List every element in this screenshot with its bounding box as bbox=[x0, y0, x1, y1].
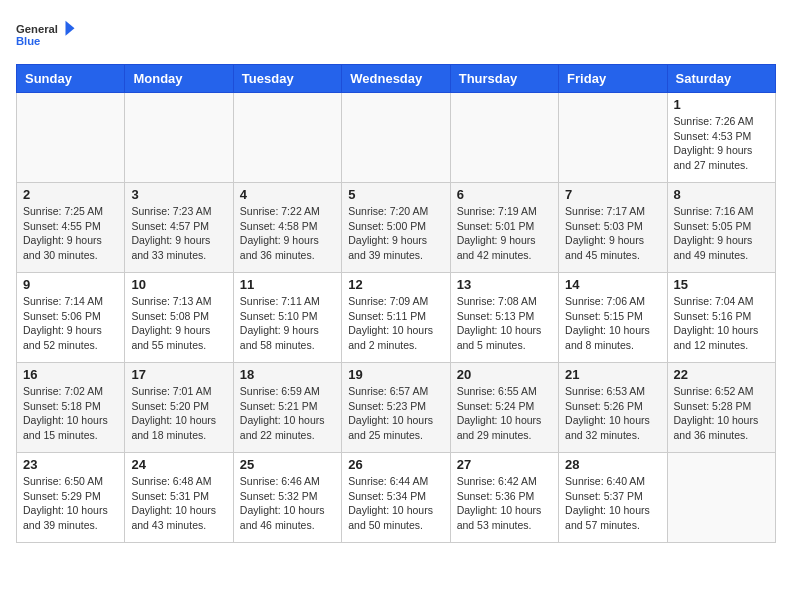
column-header-saturday: Saturday bbox=[667, 65, 775, 93]
calendar-cell: 5Sunrise: 7:20 AM Sunset: 5:00 PM Daylig… bbox=[342, 183, 450, 273]
calendar-cell: 14Sunrise: 7:06 AM Sunset: 5:15 PM Dayli… bbox=[559, 273, 667, 363]
day-info: Sunrise: 6:52 AM Sunset: 5:28 PM Dayligh… bbox=[674, 384, 769, 443]
day-number: 10 bbox=[131, 277, 226, 292]
day-number: 12 bbox=[348, 277, 443, 292]
day-number: 1 bbox=[674, 97, 769, 112]
day-info: Sunrise: 7:23 AM Sunset: 4:57 PM Dayligh… bbox=[131, 204, 226, 263]
day-number: 9 bbox=[23, 277, 118, 292]
day-info: Sunrise: 7:14 AM Sunset: 5:06 PM Dayligh… bbox=[23, 294, 118, 353]
day-number: 11 bbox=[240, 277, 335, 292]
column-header-friday: Friday bbox=[559, 65, 667, 93]
calendar-header-row: SundayMondayTuesdayWednesdayThursdayFrid… bbox=[17, 65, 776, 93]
day-info: Sunrise: 7:04 AM Sunset: 5:16 PM Dayligh… bbox=[674, 294, 769, 353]
day-info: Sunrise: 7:17 AM Sunset: 5:03 PM Dayligh… bbox=[565, 204, 660, 263]
calendar-cell: 11Sunrise: 7:11 AM Sunset: 5:10 PM Dayli… bbox=[233, 273, 341, 363]
calendar-cell bbox=[233, 93, 341, 183]
day-number: 22 bbox=[674, 367, 769, 382]
calendar-week-5: 23Sunrise: 6:50 AM Sunset: 5:29 PM Dayli… bbox=[17, 453, 776, 543]
calendar-table: SundayMondayTuesdayWednesdayThursdayFrid… bbox=[16, 64, 776, 543]
day-info: Sunrise: 7:02 AM Sunset: 5:18 PM Dayligh… bbox=[23, 384, 118, 443]
column-header-thursday: Thursday bbox=[450, 65, 558, 93]
header: General Blue bbox=[16, 16, 776, 56]
day-number: 8 bbox=[674, 187, 769, 202]
day-number: 24 bbox=[131, 457, 226, 472]
svg-text:Blue: Blue bbox=[16, 35, 40, 47]
day-info: Sunrise: 7:26 AM Sunset: 4:53 PM Dayligh… bbox=[674, 114, 769, 173]
day-number: 3 bbox=[131, 187, 226, 202]
day-info: Sunrise: 6:44 AM Sunset: 5:34 PM Dayligh… bbox=[348, 474, 443, 533]
day-number: 16 bbox=[23, 367, 118, 382]
calendar-cell: 28Sunrise: 6:40 AM Sunset: 5:37 PM Dayli… bbox=[559, 453, 667, 543]
day-number: 7 bbox=[565, 187, 660, 202]
day-info: Sunrise: 7:22 AM Sunset: 4:58 PM Dayligh… bbox=[240, 204, 335, 263]
day-number: 18 bbox=[240, 367, 335, 382]
calendar-cell: 20Sunrise: 6:55 AM Sunset: 5:24 PM Dayli… bbox=[450, 363, 558, 453]
calendar-cell: 4Sunrise: 7:22 AM Sunset: 4:58 PM Daylig… bbox=[233, 183, 341, 273]
calendar-cell: 13Sunrise: 7:08 AM Sunset: 5:13 PM Dayli… bbox=[450, 273, 558, 363]
calendar-cell bbox=[559, 93, 667, 183]
calendar-cell: 7Sunrise: 7:17 AM Sunset: 5:03 PM Daylig… bbox=[559, 183, 667, 273]
column-header-wednesday: Wednesday bbox=[342, 65, 450, 93]
day-info: Sunrise: 7:19 AM Sunset: 5:01 PM Dayligh… bbox=[457, 204, 552, 263]
day-info: Sunrise: 6:42 AM Sunset: 5:36 PM Dayligh… bbox=[457, 474, 552, 533]
day-info: Sunrise: 7:20 AM Sunset: 5:00 PM Dayligh… bbox=[348, 204, 443, 263]
svg-marker-2 bbox=[66, 21, 75, 36]
day-info: Sunrise: 7:06 AM Sunset: 5:15 PM Dayligh… bbox=[565, 294, 660, 353]
day-info: Sunrise: 6:53 AM Sunset: 5:26 PM Dayligh… bbox=[565, 384, 660, 443]
calendar-cell: 23Sunrise: 6:50 AM Sunset: 5:29 PM Dayli… bbox=[17, 453, 125, 543]
logo-svg: General Blue bbox=[16, 16, 76, 56]
day-number: 21 bbox=[565, 367, 660, 382]
calendar-cell bbox=[17, 93, 125, 183]
day-info: Sunrise: 7:25 AM Sunset: 4:55 PM Dayligh… bbox=[23, 204, 118, 263]
day-number: 19 bbox=[348, 367, 443, 382]
calendar-cell: 27Sunrise: 6:42 AM Sunset: 5:36 PM Dayli… bbox=[450, 453, 558, 543]
calendar-week-2: 2Sunrise: 7:25 AM Sunset: 4:55 PM Daylig… bbox=[17, 183, 776, 273]
day-number: 26 bbox=[348, 457, 443, 472]
calendar-cell bbox=[342, 93, 450, 183]
day-info: Sunrise: 7:01 AM Sunset: 5:20 PM Dayligh… bbox=[131, 384, 226, 443]
calendar-week-1: 1Sunrise: 7:26 AM Sunset: 4:53 PM Daylig… bbox=[17, 93, 776, 183]
calendar-week-4: 16Sunrise: 7:02 AM Sunset: 5:18 PM Dayli… bbox=[17, 363, 776, 453]
day-number: 5 bbox=[348, 187, 443, 202]
day-info: Sunrise: 6:40 AM Sunset: 5:37 PM Dayligh… bbox=[565, 474, 660, 533]
calendar-cell: 18Sunrise: 6:59 AM Sunset: 5:21 PM Dayli… bbox=[233, 363, 341, 453]
day-number: 25 bbox=[240, 457, 335, 472]
svg-text:General: General bbox=[16, 23, 58, 35]
column-header-sunday: Sunday bbox=[17, 65, 125, 93]
calendar-cell: 16Sunrise: 7:02 AM Sunset: 5:18 PM Dayli… bbox=[17, 363, 125, 453]
day-info: Sunrise: 6:46 AM Sunset: 5:32 PM Dayligh… bbox=[240, 474, 335, 533]
calendar-cell bbox=[667, 453, 775, 543]
calendar-week-3: 9Sunrise: 7:14 AM Sunset: 5:06 PM Daylig… bbox=[17, 273, 776, 363]
day-number: 2 bbox=[23, 187, 118, 202]
day-info: Sunrise: 7:08 AM Sunset: 5:13 PM Dayligh… bbox=[457, 294, 552, 353]
day-number: 13 bbox=[457, 277, 552, 292]
day-number: 15 bbox=[674, 277, 769, 292]
calendar-cell: 3Sunrise: 7:23 AM Sunset: 4:57 PM Daylig… bbox=[125, 183, 233, 273]
calendar-cell: 2Sunrise: 7:25 AM Sunset: 4:55 PM Daylig… bbox=[17, 183, 125, 273]
day-info: Sunrise: 7:13 AM Sunset: 5:08 PM Dayligh… bbox=[131, 294, 226, 353]
day-info: Sunrise: 6:50 AM Sunset: 5:29 PM Dayligh… bbox=[23, 474, 118, 533]
calendar-cell: 24Sunrise: 6:48 AM Sunset: 5:31 PM Dayli… bbox=[125, 453, 233, 543]
column-header-monday: Monday bbox=[125, 65, 233, 93]
column-header-tuesday: Tuesday bbox=[233, 65, 341, 93]
calendar-cell bbox=[450, 93, 558, 183]
calendar-cell: 15Sunrise: 7:04 AM Sunset: 5:16 PM Dayli… bbox=[667, 273, 775, 363]
day-number: 23 bbox=[23, 457, 118, 472]
calendar-cell: 25Sunrise: 6:46 AM Sunset: 5:32 PM Dayli… bbox=[233, 453, 341, 543]
day-info: Sunrise: 7:16 AM Sunset: 5:05 PM Dayligh… bbox=[674, 204, 769, 263]
day-info: Sunrise: 7:11 AM Sunset: 5:10 PM Dayligh… bbox=[240, 294, 335, 353]
day-number: 20 bbox=[457, 367, 552, 382]
day-number: 17 bbox=[131, 367, 226, 382]
calendar-cell: 8Sunrise: 7:16 AM Sunset: 5:05 PM Daylig… bbox=[667, 183, 775, 273]
calendar-cell: 1Sunrise: 7:26 AM Sunset: 4:53 PM Daylig… bbox=[667, 93, 775, 183]
calendar-cell: 21Sunrise: 6:53 AM Sunset: 5:26 PM Dayli… bbox=[559, 363, 667, 453]
calendar-cell: 17Sunrise: 7:01 AM Sunset: 5:20 PM Dayli… bbox=[125, 363, 233, 453]
day-info: Sunrise: 6:55 AM Sunset: 5:24 PM Dayligh… bbox=[457, 384, 552, 443]
day-number: 28 bbox=[565, 457, 660, 472]
day-info: Sunrise: 7:09 AM Sunset: 5:11 PM Dayligh… bbox=[348, 294, 443, 353]
day-number: 14 bbox=[565, 277, 660, 292]
day-number: 4 bbox=[240, 187, 335, 202]
calendar-cell bbox=[125, 93, 233, 183]
calendar-cell: 12Sunrise: 7:09 AM Sunset: 5:11 PM Dayli… bbox=[342, 273, 450, 363]
calendar-cell: 10Sunrise: 7:13 AM Sunset: 5:08 PM Dayli… bbox=[125, 273, 233, 363]
